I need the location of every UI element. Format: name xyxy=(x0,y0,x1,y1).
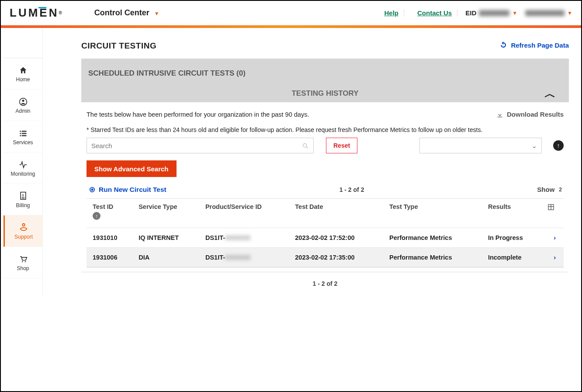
help-text: The tests below have been performed for … xyxy=(87,111,309,118)
home-icon xyxy=(18,65,28,75)
note-text: * Starred Test IDs are less than 24 hour… xyxy=(87,126,564,133)
show-count-control[interactable]: Show 2 xyxy=(537,186,562,193)
svg-point-14 xyxy=(24,261,26,262)
col-test-date[interactable]: Test Date xyxy=(291,199,386,228)
sidebar-item-support[interactable]: Support xyxy=(3,215,42,247)
app-name-label: Control Center xyxy=(94,8,149,17)
chevron-down-icon: ▼ xyxy=(512,10,517,16)
cell-test-id: 1931010 xyxy=(87,228,135,248)
run-new-label: Run New Circuit Test xyxy=(99,186,166,194)
download-results-button[interactable]: Download Results xyxy=(496,111,564,118)
header-right: Help Contact Us EID ▼ ▼ xyxy=(379,9,573,17)
col-test-id[interactable]: Test ID ↑ xyxy=(87,199,135,228)
top-header: LUMEN® Control Center ▼ Help Contact Us … xyxy=(1,1,581,25)
sidebar-item-shop[interactable]: Shop xyxy=(3,247,42,278)
download-label: Download Results xyxy=(507,111,564,118)
sort-direction-button[interactable]: ↑ xyxy=(553,140,564,151)
show-label: Show xyxy=(537,186,554,193)
svg-point-15 xyxy=(303,143,307,147)
contact-link[interactable]: Contact Us xyxy=(412,9,457,17)
search-input-wrap[interactable] xyxy=(87,138,314,153)
show-count: 2 xyxy=(559,187,562,193)
user-icon xyxy=(18,96,28,106)
invoice-icon: $ xyxy=(19,191,28,201)
history-body: The tests below have been performed for … xyxy=(81,102,569,272)
row-expand-button[interactable]: › xyxy=(544,248,564,267)
refresh-icon xyxy=(499,41,507,49)
results-table: Test ID ↑ Service Type Product/Service I… xyxy=(87,198,564,267)
cell-service-type: IQ INTERNET xyxy=(135,228,202,248)
search-input[interactable] xyxy=(91,142,302,149)
history-title: TESTING HISTORY xyxy=(291,89,358,98)
logo: LUMEN® xyxy=(10,6,64,20)
cell-results: Incomplete xyxy=(485,248,544,267)
eid-menu[interactable]: EID ▼ xyxy=(465,9,517,17)
cell-test-date: 2023-02-02 17:52:00 xyxy=(291,228,386,248)
download-icon xyxy=(496,111,503,118)
sidebar-item-services[interactable]: Services xyxy=(3,121,42,153)
cell-test-date: 2023-02-02 17:35:00 xyxy=(291,248,386,267)
eid-value-redacted xyxy=(479,10,509,16)
sidebar-item-admin[interactable]: Admin xyxy=(3,90,42,121)
sidebar-item-label: Billing xyxy=(16,202,30,208)
sort-asc-icon[interactable]: ↑ xyxy=(93,212,100,220)
column-settings-button[interactable] xyxy=(544,199,564,228)
col-psid[interactable]: Product/Service ID xyxy=(202,199,291,228)
help-link[interactable]: Help xyxy=(379,9,405,17)
sidebar-item-monitoring[interactable]: Monitoring xyxy=(3,153,42,184)
chevron-down-icon: ▼ xyxy=(567,10,572,16)
main-content: CIRCUIT TESTING Refresh Page Data SCHEDU… xyxy=(42,28,581,295)
svg-text:$: $ xyxy=(22,193,24,197)
cell-test-type: Performance Metrics xyxy=(386,228,485,248)
col-test-type[interactable]: Test Type xyxy=(386,199,485,228)
sidebar-item-label: Admin xyxy=(15,108,30,114)
pager-top: 1 - 2 of 2 xyxy=(340,186,364,193)
col-results[interactable]: Results xyxy=(485,199,544,228)
svg-point-13 xyxy=(22,261,23,262)
svg-point-1 xyxy=(22,100,24,102)
refresh-label: Refresh Page Data xyxy=(511,42,569,49)
reset-button[interactable]: Reset xyxy=(326,138,357,153)
sidebar-item-billing[interactable]: $ Billing xyxy=(3,184,42,215)
app-switcher[interactable]: Control Center ▼ xyxy=(94,8,159,17)
cell-psid: DS1IT-XXXXXX xyxy=(202,228,291,248)
history-header[interactable]: TESTING HISTORY ︿ xyxy=(88,87,562,102)
sidebar-item-label: Support xyxy=(14,234,33,240)
user-menu[interactable]: ▼ xyxy=(525,10,572,16)
list-icon xyxy=(18,128,28,138)
page-title: CIRCUIT TESTING xyxy=(81,41,156,50)
row-expand-button[interactable]: › xyxy=(544,228,564,248)
cart-icon xyxy=(18,253,28,264)
sidebar: Home Admin Services Monitoring $ Billing xyxy=(3,58,43,295)
sidebar-item-home[interactable]: Home xyxy=(3,58,42,90)
gear-icon xyxy=(88,185,96,194)
svg-rect-5 xyxy=(21,133,26,134)
sidebar-item-label: Monitoring xyxy=(10,171,35,177)
arrow-up-icon: ↑ xyxy=(557,142,560,149)
sidebar-item-label: Services xyxy=(13,139,33,146)
support-icon xyxy=(19,222,28,232)
chevron-down-icon: ▼ xyxy=(154,10,159,17)
cell-test-id: 1931006 xyxy=(87,248,135,267)
svg-rect-4 xyxy=(20,133,21,134)
col-label: Test ID xyxy=(93,203,113,210)
svg-rect-7 xyxy=(21,135,26,136)
svg-point-12 xyxy=(22,224,25,226)
search-row: Reset ⌄ ↑ xyxy=(87,138,564,153)
chevron-down-icon: ⌄ xyxy=(531,142,537,150)
filter-dropdown[interactable]: ⌄ xyxy=(419,138,542,153)
table-row: 1931006 DIA DS1IT-XXXXXX 2023-02-02 17:3… xyxy=(87,248,564,267)
chevron-up-icon[interactable]: ︿ xyxy=(544,86,556,101)
run-new-test-button[interactable]: Run New Circuit Test xyxy=(88,185,166,194)
refresh-button[interactable]: Refresh Page Data xyxy=(499,41,569,49)
col-service-type[interactable]: Service Type xyxy=(135,199,202,228)
table-actions-row: Run New Circuit Test 1 - 2 of 2 Show 2 xyxy=(87,185,564,198)
activity-icon xyxy=(18,159,28,169)
scheduled-title: SCHEDULED INTRUSIVE CIRCUIT TESTS (0) xyxy=(88,65,562,87)
table-header-row: Test ID ↑ Service Type Product/Service I… xyxy=(87,199,564,228)
cell-test-type: Performance Metrics xyxy=(386,248,485,267)
advanced-search-button[interactable]: Show Advanced Search xyxy=(87,160,177,177)
cell-results: In Progress xyxy=(485,228,544,248)
svg-line-16 xyxy=(306,147,308,148)
scheduled-section: SCHEDULED INTRUSIVE CIRCUIT TESTS (0) TE… xyxy=(81,59,569,102)
